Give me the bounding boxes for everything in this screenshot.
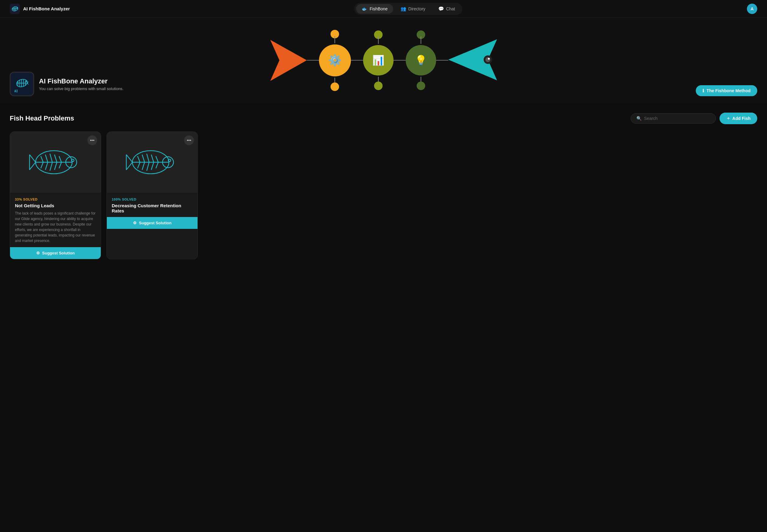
tab-directory-label: Directory: [408, 6, 426, 11]
cards-grid: ••• 33% SOLVED Not Getting Leads The lac…: [10, 131, 757, 259]
card-2-menu-button[interactable]: •••: [184, 135, 194, 145]
hero-app-tagline: You can solve big problems with small so…: [39, 86, 124, 91]
tab-fishbone[interactable]: 🐟 FishBone: [356, 4, 393, 14]
chart-icon: 📊: [372, 54, 384, 66]
card-1-menu-button[interactable]: •••: [87, 135, 97, 145]
svg-line-54: [126, 155, 132, 162]
app-logo-icon: [10, 4, 20, 14]
svg-line-28: [45, 162, 48, 170]
svg-text:AI: AI: [14, 89, 18, 93]
section-header: Fish Head Problems 🔍 ＋ Add Fish: [10, 113, 757, 124]
svg-line-30: [50, 162, 52, 171]
search-icon: 🔍: [636, 116, 642, 121]
user-avatar[interactable]: A: [747, 4, 757, 14]
diagram-container: ⚙️ 📊: [270, 19, 497, 101]
card-1-image: •••: [10, 132, 101, 193]
card-2-solved-badge: 100% SOLVED: [112, 198, 193, 201]
main-content: Fish Head Problems 🔍 ＋ Add Fish: [0, 103, 767, 269]
app-name: AI FishBone Analyzer: [23, 6, 70, 11]
node-chart-circle: 📊: [363, 45, 394, 75]
tab-chat[interactable]: 💬 Chat: [433, 4, 461, 14]
fish-card-2: ••• 100% SOLVED Decreasing Customer Rete…: [107, 131, 198, 259]
svg-point-36: [72, 159, 74, 162]
card-2-title: Decreasing Customer Retention Rates: [112, 203, 193, 213]
svg-line-46: [147, 154, 149, 162]
app-logo-box: AI: [10, 72, 34, 96]
svg-line-34: [59, 162, 61, 168]
svg-line-42: [138, 156, 140, 162]
header-actions: 🔍 ＋ Add Fish: [631, 113, 757, 124]
search-box[interactable]: 🔍: [631, 113, 716, 124]
fish-head-svg: [448, 38, 497, 82]
fishbone-method-label: The Fishbone Method: [706, 88, 751, 93]
card-2-image: •••: [107, 132, 198, 193]
node-gears-line-top: [334, 36, 335, 43]
hero-app-title: AI FishBone Analyzer: [39, 77, 124, 85]
hero-app-text: AI FishBone Analyzer You can solve big p…: [39, 77, 124, 91]
directory-tab-icon: 👥: [401, 6, 406, 12]
svg-point-53: [168, 159, 171, 162]
svg-line-55: [126, 162, 132, 170]
svg-line-49: [151, 162, 154, 170]
node-gears-dot-bottom: [331, 82, 339, 91]
card-1-solved-badge: 33% SOLVED: [15, 198, 96, 201]
nav-right: A: [747, 4, 757, 14]
card-1-suggest-button[interactable]: ⚙ Suggest Solution: [10, 247, 101, 259]
fish-tail: [270, 38, 310, 82]
node-chart: 📊: [363, 45, 394, 75]
svg-line-27: [45, 155, 48, 162]
card-1-fish-svg: [25, 138, 86, 187]
suggest-icon-1: ⚙: [36, 251, 40, 255]
add-fish-button[interactable]: ＋ Add Fish: [720, 113, 757, 124]
svg-line-33: [59, 156, 61, 162]
fish-tail-svg: [270, 38, 310, 82]
node-bulb-circle: 💡: [406, 45, 436, 75]
svg-line-26: [41, 162, 43, 168]
svg-line-38: [30, 162, 36, 170]
card-2-suggest-button[interactable]: ⚙ Suggest Solution: [107, 217, 198, 229]
fishbone-tab-icon: 🐟: [362, 6, 367, 12]
tab-fishbone-label: FishBone: [369, 6, 387, 11]
connector-2: [351, 60, 363, 61]
svg-line-50: [156, 156, 158, 162]
hero-section: ⚙️ 📊: [0, 18, 767, 103]
svg-point-7: [17, 7, 18, 8]
svg-line-48: [151, 155, 154, 162]
node-gears: ⚙️: [319, 44, 351, 76]
section-title: Fish Head Problems: [10, 114, 74, 122]
node-chart-dot-bottom: [374, 82, 383, 90]
svg-line-51: [156, 162, 158, 168]
add-fish-label: Add Fish: [732, 116, 751, 121]
node-bulb: 💡: [406, 45, 436, 75]
card-1-title: Not Getting Leads: [15, 203, 96, 208]
card-2-body: 100% SOLVED Decreasing Customer Retentio…: [107, 193, 198, 213]
node-chart-line-top: [378, 37, 379, 44]
app-logo-svg: AI: [11, 73, 33, 95]
card-1-suggest-label: Suggest Solution: [42, 251, 75, 255]
svg-line-29: [50, 154, 52, 162]
card-1-description: The lack of leads poses a significant ch…: [15, 211, 96, 243]
navbar: AI FishBone Analyzer 🐟 FishBone 👥 Direct…: [0, 0, 767, 18]
svg-point-11: [485, 57, 490, 62]
node-bulb-dot-bottom: [417, 82, 425, 90]
nav-left: AI FishBone Analyzer: [10, 4, 70, 14]
info-icon: ℹ: [702, 88, 704, 93]
suggest-icon-2: ⚙: [133, 221, 137, 225]
node-bulb-line-top: [421, 37, 421, 44]
add-fish-plus-icon: ＋: [726, 116, 730, 121]
fishbone-method-button[interactable]: ℹ The Fishbone Method: [696, 85, 757, 96]
tab-directory[interactable]: 👥 Directory: [395, 4, 431, 14]
search-input[interactable]: [644, 116, 710, 121]
svg-marker-8: [270, 40, 307, 81]
svg-point-21: [26, 81, 27, 82]
svg-line-44: [142, 155, 145, 162]
card-2-suggest-label: Suggest Solution: [139, 221, 172, 225]
bulb-icon: 💡: [415, 54, 427, 66]
hero-app-info: AI AI FishBone Analyzer You can solve bi…: [10, 72, 124, 96]
svg-point-12: [488, 58, 490, 60]
connector-4: [436, 60, 448, 61]
fish-card-1: ••• 33% SOLVED Not Getting Leads The lac…: [10, 131, 101, 259]
svg-line-31: [54, 155, 57, 162]
svg-line-37: [30, 155, 36, 162]
svg-line-47: [147, 162, 149, 171]
